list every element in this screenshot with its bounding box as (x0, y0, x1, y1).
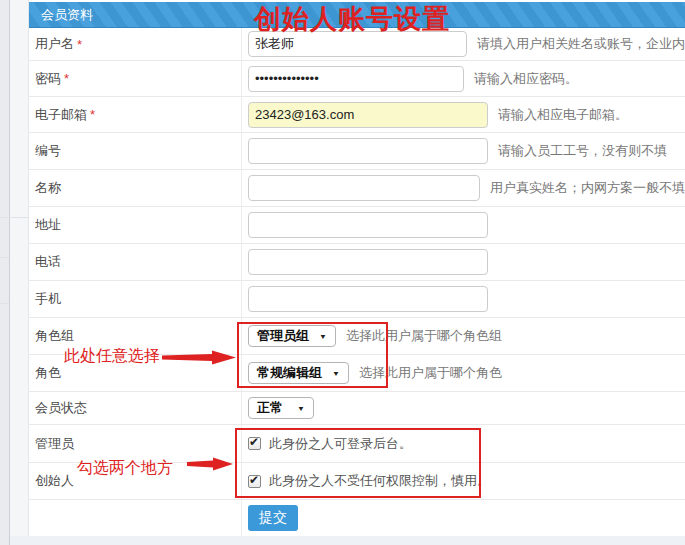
name-hint: 用户真实姓名；内网方案一般不填 (490, 179, 685, 197)
rail-divider (0, 217, 29, 218)
checkmark-icon: ✔ (249, 474, 259, 487)
founder-checkbox-text: 此身份之人不受任何权限控制，慎用。 (269, 472, 490, 490)
required-asterisk: * (64, 71, 69, 86)
name-label: 名称 (35, 179, 61, 197)
address-label: 地址 (35, 216, 61, 234)
role-hint: 选择此用户属于哪个角色 (359, 364, 502, 382)
checkmark-icon: ✔ (249, 436, 259, 449)
phone-label: 电话 (35, 253, 61, 271)
panel-title: 会员资料 (29, 2, 685, 28)
email-label: 电子邮箱 (35, 106, 87, 124)
row-member-status: 会员状态 正常 ▼ (29, 392, 685, 425)
member-status-select-value: 正常 (257, 399, 283, 417)
username-input[interactable] (248, 31, 467, 57)
row-number: 编号 请输入员工工号，没有则不填 (29, 133, 685, 170)
username-hint: 请填入用户相关姓名或账号，企业内 (477, 35, 685, 53)
password-input[interactable] (248, 66, 464, 92)
left-outer-rail (0, 0, 9, 545)
chevron-down-icon: ▼ (297, 404, 305, 412)
founder-label: 创始人 (35, 472, 74, 490)
row-role: 角色 常规编辑组 ▼ 选择此用户属于哪个角色 (29, 355, 685, 392)
row-username: 用户名 * 请填入用户相关姓名或账号，企业内 (29, 28, 685, 61)
role-select-value: 常规编辑组 (257, 364, 322, 382)
rail-divider (0, 303, 9, 304)
row-role-group: 角色组 管理员组 ▼ 选择此用户属于哪个角色组 (29, 318, 685, 355)
phone-input[interactable] (248, 249, 488, 275)
role-group-label: 角色组 (35, 327, 74, 345)
name-input[interactable] (248, 175, 480, 201)
chevron-down-icon: ▼ (332, 369, 340, 377)
founder-checkbox[interactable]: ✔ (248, 475, 261, 488)
address-input[interactable] (248, 212, 488, 238)
row-email: 电子邮箱 * 请输入相应电子邮箱。 (29, 97, 685, 133)
email-hint: 请输入相应电子邮箱。 (498, 106, 628, 124)
role-label: 角色 (35, 364, 61, 382)
number-input[interactable] (248, 138, 488, 164)
required-asterisk: * (77, 37, 82, 52)
mobile-label: 手机 (35, 290, 61, 308)
role-group-select[interactable]: 管理员组 ▼ (248, 325, 336, 347)
row-admin: 管理员 ✔ 此身份之人可登录后台。 (29, 425, 685, 463)
role-group-select-value: 管理员组 (257, 327, 309, 345)
role-group-hint: 选择此用户属于哪个角色组 (346, 327, 502, 345)
member-profile-panel: 会员资料 用户名 * 请填入用户相关姓名或账号，企业内 密码 * 请输入相应密码… (29, 2, 685, 536)
chevron-down-icon: ▼ (319, 332, 327, 340)
number-label: 编号 (35, 142, 61, 160)
row-password: 密码 * 请输入相应密码。 (29, 61, 685, 97)
row-mobile: 手机 (29, 281, 685, 318)
row-founder: 创始人 ✔ 此身份之人不受任何权限控制，慎用。 (29, 463, 685, 500)
number-hint: 请输入员工工号，没有则不填 (498, 142, 667, 160)
required-asterisk: * (90, 107, 95, 122)
admin-label: 管理员 (35, 435, 74, 453)
admin-checkbox[interactable]: ✔ (248, 437, 261, 450)
role-select[interactable]: 常规编辑组 ▼ (248, 362, 349, 384)
submit-button[interactable]: 提交 (248, 505, 298, 531)
row-address: 地址 (29, 207, 685, 244)
row-submit: 提交 (29, 500, 685, 536)
mobile-input[interactable] (248, 286, 488, 312)
member-status-label: 会员状态 (35, 399, 87, 417)
row-phone: 电话 (29, 244, 685, 281)
panel-footer-strip (10, 536, 685, 545)
member-status-select[interactable]: 正常 ▼ (248, 397, 314, 419)
admin-checkbox-text: 此身份之人可登录后台。 (269, 435, 412, 453)
username-label: 用户名 (35, 35, 74, 53)
password-label: 密码 (35, 70, 61, 88)
email-input[interactable] (248, 102, 488, 128)
left-inner-rail (10, 0, 29, 536)
password-hint: 请输入相应密码。 (474, 70, 578, 88)
row-name: 名称 用户真实姓名；内网方案一般不填 (29, 170, 685, 207)
rail-divider (0, 257, 9, 258)
